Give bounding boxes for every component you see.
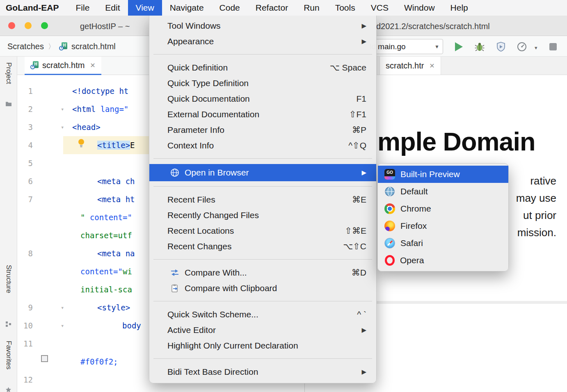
code-line: body [122,317,141,335]
code-line: charset=utf [80,226,132,244]
menu-item-recent-locations[interactable]: Recent Locations ⇧⌘E [149,223,376,239]
menu-item-parameter-info[interactable]: Parameter Info ⌘P [149,122,376,138]
profiler-gauge-icon [517,41,527,52]
view-dropdown-menu: Tool Windows ▶ Appearance ▶ Quick Defini… [149,16,377,383]
breadcrumb-separator-icon: 〉 [48,42,55,51]
shortcut-label: ⌥⇧C [343,242,366,251]
menu-code[interactable]: Code [212,0,248,16]
breadcrumb-item-scratches[interactable]: Scratches [7,42,44,51]
menu-separator [153,358,372,359]
menu-item-quick-documentation[interactable]: Quick Documentation F1 [149,91,376,107]
submenu-item-chrome[interactable]: Chrome [378,200,508,217]
menu-run[interactable]: Run [296,0,327,16]
fold-marker-icon[interactable]: ▾ [61,299,64,317]
menu-vcs[interactable]: VCS [363,0,396,16]
traffic-light-minimize[interactable] [25,22,32,29]
debug-button[interactable] [474,41,485,52]
menu-view[interactable]: View [128,0,162,16]
fold-marker-icon[interactable]: ▾ [61,317,64,335]
submenu-item-default-browser[interactable]: Default [378,183,508,200]
menu-refactor[interactable]: Refactor [248,0,296,16]
submenu-arrow-icon: ▶ [361,368,366,376]
menu-file[interactable]: File [68,0,98,16]
menu-item-context-info[interactable]: Context Info ^⇧Q [149,138,376,153]
shortcut-label: ⌥ Space [329,63,366,73]
run-with-coverage-button[interactable] [495,41,507,52]
tab-close-icon[interactable]: ✕ [429,62,434,70]
fold-marker-icon[interactable]: ▾ [61,100,64,118]
menu-navigate[interactable]: Navigate [162,0,212,16]
chevron-down-icon: ▼ [434,44,439,50]
menu-edit[interactable]: Edit [97,0,128,16]
ide-window: mple Domain rative may use ut prior miss… [0,0,567,392]
line-number: 4 [17,136,36,154]
menu-item-active-editor[interactable]: Active Editor ▶ [149,322,376,338]
tab-label: scratch.htr [386,61,424,71]
built-in-preview-icon [384,169,395,180]
menu-separator [153,259,372,260]
shortcut-label: ⇧⌘E [345,226,366,236]
line-number: 3 [17,118,36,136]
shortcut-label: ⇧F1 [349,109,366,119]
app-menu-goland[interactable]: GoLand-EAP [0,0,68,16]
firefox-icon [384,221,395,231]
profiler-button[interactable] [516,41,528,52]
tool-window-button-structure[interactable]: Structure [5,265,13,293]
tool-window-button-favorites[interactable]: Favorites [5,341,13,369]
code-line: <title>E [97,136,135,154]
menu-item-open-in-browser[interactable]: Open in Browser ▶ [149,164,376,181]
breadcrumb-item-file[interactable]: scratch.html [71,42,116,51]
line-number: 1 [17,82,36,100]
menu-item-recent-changes[interactable]: Recent Changes ⌥⇧C [149,239,376,254]
menu-separator [153,186,372,187]
tab-scratch-html-right-split[interactable]: scratch.htr ✕ [380,57,441,75]
menu-item-appearance[interactable]: Appearance ▶ [149,34,376,49]
tool-window-button-project[interactable]: Project [5,62,13,84]
submenu-item-opera[interactable]: Opera [378,252,508,269]
menu-tools[interactable]: Tools [327,0,363,16]
menu-item-bidi-text-base-direction[interactable]: Bidi Text Base Direction ▶ [149,364,376,380]
menu-item-quick-definition[interactable]: Quick Definition ⌥ Space [149,60,376,75]
open-in-browser-submenu: Built-in Preview Default Chrome Firefox … [377,163,509,271]
submenu-arrow-icon: ▶ [361,326,366,334]
line-number: 7 [17,190,36,208]
preview-heading: mple Domain [377,127,535,156]
menu-item-recently-changed-files[interactable]: Recently Changed Files [149,207,376,223]
menu-item-highlight-only-current-declaration[interactable]: Highlight Only Current Declaration [149,338,376,353]
css-color-swatch[interactable] [41,355,48,362]
menu-item-quick-type-definition[interactable]: Quick Type Definition [149,75,376,91]
menu-help[interactable]: Help [443,0,476,16]
menu-item-external-documentation[interactable]: External Documentation ⇧F1 [149,107,376,122]
menu-item-recent-files[interactable]: Recent Files ⌘E [149,192,376,207]
menu-separator [153,54,372,55]
submenu-item-built-in-preview[interactable]: Built-in Preview [378,166,508,183]
menu-item-compare-with-clipboard[interactable]: Compare with Clipboard [149,280,376,296]
favorites-icon [5,387,11,392]
opera-icon [385,255,395,266]
traffic-light-zoom[interactable] [41,22,48,29]
menu-window[interactable]: Window [396,0,443,16]
line-number: 2 [17,100,36,118]
folder-icon [5,101,12,108]
stop-button[interactable] [547,41,559,52]
run-button[interactable] [453,41,464,52]
run-configuration-select[interactable]: ld main.go ▼ [365,39,443,54]
fold-marker-icon[interactable]: ▾ [61,118,64,136]
profiler-dropdown-chevron-icon[interactable]: ▾ [535,45,537,51]
shortcut-label: ⌘E [352,195,366,205]
menu-item-quick-switch-scheme[interactable]: Quick Switch Scheme... ^ ` [149,307,376,322]
window-title-right: d2021.2/scratches/scratch.html [376,22,490,31]
structure-icon [5,321,11,329]
menu-item-tool-windows[interactable]: Tool Windows ▶ [149,18,376,34]
menu-item-compare-with[interactable]: Compare With... ⌘D [149,265,376,280]
tab-close-icon[interactable]: ✕ [90,62,95,69]
submenu-item-firefox[interactable]: Firefox [378,217,508,235]
traffic-light-close[interactable] [8,22,15,29]
tab-scratch-html[interactable]: scratch.htm ✕ [25,57,101,75]
html-scratch-file-icon [59,42,67,50]
code-line: <!doctype ht [72,82,128,100]
shortcut-label: ⌘P [352,125,366,135]
submenu-item-safari[interactable]: Safari [378,235,508,252]
line-number: 11 [17,335,36,353]
intention-lightbulb-icon[interactable] [77,138,85,150]
